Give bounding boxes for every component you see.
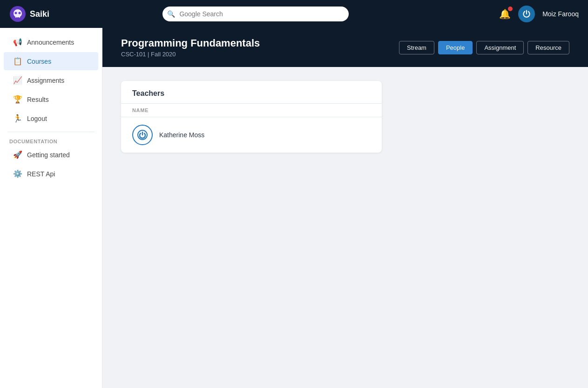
- announcements-icon: 📢: [13, 38, 22, 47]
- navbar: Saiki 🔍 🔔 Moiz Farooq: [0, 0, 588, 28]
- nav-label-courses: Courses: [27, 58, 51, 65]
- course-header: Programming Fundamentals CSC-101 | Fall …: [102, 28, 588, 67]
- nav-item-courses[interactable]: 📋 Courses: [4, 52, 98, 70]
- svg-point-1: [15, 12, 17, 14]
- brand-name: Saiki: [30, 9, 49, 19]
- user-avatar-icon: [522, 9, 531, 19]
- teachers-card: Teachers NAME Katherine Moss: [121, 81, 382, 153]
- notifications-button[interactable]: 🔔: [499, 8, 511, 20]
- username-label: Moiz Farooq: [542, 10, 579, 18]
- course-title: Programming Fundamentals: [121, 37, 260, 49]
- sidebar: 📢 Announcements 📋 Courses 📈 Assignments …: [0, 28, 102, 388]
- teacher-avatar-icon: [137, 129, 148, 140]
- nav-label-logout: Logout: [27, 115, 47, 122]
- assignments-icon: 📈: [13, 76, 22, 85]
- teacher-avatar: [132, 125, 153, 145]
- nav-item-results[interactable]: 🏆 Results: [4, 90, 98, 108]
- table-row: Katherine Moss: [121, 117, 382, 153]
- course-subtitle: CSC-101 | Fall 2020: [121, 51, 260, 58]
- course-tabs: Stream People Assignment Resource: [399, 41, 569, 54]
- notification-badge: [508, 7, 513, 11]
- teachers-table-header: NAME: [121, 103, 382, 117]
- sidebar-section-documentation: DOCUMENTATION: [0, 136, 102, 145]
- nav-item-announcements[interactable]: 📢 Announcements: [4, 33, 98, 51]
- search-input[interactable]: [162, 7, 349, 21]
- search-icon: 🔍: [167, 10, 175, 18]
- results-icon: 🏆: [13, 95, 22, 104]
- brand: Saiki: [9, 6, 84, 22]
- svg-point-2: [19, 12, 21, 14]
- layout: 📢 Announcements 📋 Courses 📈 Assignments …: [0, 28, 588, 388]
- logout-icon: 🏃: [13, 114, 22, 123]
- tab-people[interactable]: People: [438, 41, 473, 54]
- nav-item-rest-api[interactable]: ⚙️ REST Api: [4, 165, 98, 183]
- search-bar: 🔍: [162, 7, 349, 21]
- nav-label-assignments: Assignments: [27, 77, 64, 84]
- nav-item-getting-started[interactable]: 🚀 Getting started: [4, 146, 98, 164]
- nav-label-rest-api: REST Api: [27, 170, 55, 178]
- navbar-right: 🔔 Moiz Farooq: [499, 6, 579, 22]
- course-title-block: Programming Fundamentals CSC-101 | Fall …: [121, 37, 260, 58]
- sidebar-divider: [7, 132, 95, 132]
- getting-started-icon: 🚀: [13, 150, 22, 159]
- page-body: Teachers NAME Katherine Moss: [102, 67, 588, 388]
- nav-label-results: Results: [27, 96, 49, 103]
- nav-item-assignments[interactable]: 📈 Assignments: [4, 71, 98, 89]
- brand-logo-icon: [9, 6, 26, 22]
- courses-icon: 📋: [13, 57, 22, 66]
- teacher-name: Katherine Moss: [159, 131, 204, 139]
- user-avatar[interactable]: [518, 6, 535, 22]
- rest-api-icon: ⚙️: [13, 169, 22, 178]
- tab-resource[interactable]: Resource: [527, 41, 569, 54]
- tab-assignment[interactable]: Assignment: [476, 41, 524, 54]
- nav-label-announcements: Announcements: [27, 39, 74, 46]
- tab-stream[interactable]: Stream: [399, 41, 434, 54]
- nav-label-getting-started: Getting started: [27, 151, 70, 159]
- main-content: Programming Fundamentals CSC-101 | Fall …: [102, 28, 588, 388]
- teachers-card-title: Teachers: [121, 81, 382, 103]
- nav-item-logout[interactable]: 🏃 Logout: [4, 109, 98, 127]
